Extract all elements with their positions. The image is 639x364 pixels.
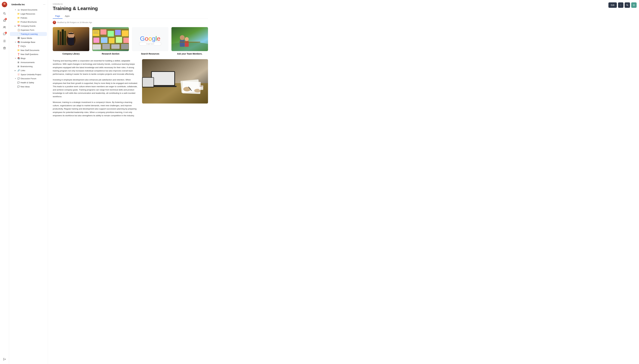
modified-line: Modified by Bill Rodgers on 16 Minutes A…	[53, 21, 208, 24]
sidebar-item-blogs[interactable]: ▼ 📚 Blogs	[10, 56, 47, 60]
sidebar-item-announcements[interactable]: ⊞ Announcements	[10, 60, 47, 64]
sidebar-item-space-umbrella[interactable]: ▶ ☑ Space Umbrella Project	[10, 72, 47, 76]
sidebar-item-label: Expenses Form	[21, 29, 46, 31]
sidebar-item-faq[interactable]: ❓ FAQ's	[10, 44, 47, 48]
folder-icon: 📁	[17, 12, 20, 15]
sidebar-item-label: Space Media	[21, 37, 46, 39]
sidebar-item-policies[interactable]: 📁 Policies	[10, 16, 47, 20]
svg-rect-34	[93, 38, 99, 43]
trash-icon[interactable]	[2, 45, 8, 51]
svg-rect-60	[152, 72, 174, 85]
sidebar-item-label: Legal Resources	[21, 13, 46, 15]
svg-point-9	[4, 40, 5, 42]
svg-point-73	[633, 5, 634, 6]
sidebar-item-knowledge-base[interactable]: ▼ 📚 Knowledge Base	[10, 40, 47, 44]
svg-rect-37	[116, 37, 122, 43]
sidebar-item-label: Policies	[21, 17, 46, 19]
list-icon: 📋	[17, 29, 20, 31]
more-options-button[interactable]: ⋮	[618, 2, 623, 8]
sidebar-item-label: New Staff Documents	[21, 49, 46, 52]
sidebar-item-space-media[interactable]: ▶ 🖼 Space Media	[10, 36, 47, 40]
card-ask-team[interactable]: Ask your Team Members.	[171, 27, 208, 55]
sidebar-item-label: Training & Learning	[21, 33, 46, 35]
grid-icon: ⊞	[17, 61, 20, 64]
starred-icon[interactable]: 0	[2, 18, 8, 23]
card-label: Search Resources	[141, 52, 159, 55]
card-company-library[interactable]: Company Library	[53, 27, 89, 55]
tab-page[interactable]: Page	[53, 14, 63, 19]
svg-rect-29	[93, 30, 99, 36]
paragraph-2: Investing in employee development also e…	[53, 78, 139, 98]
card-image-research	[92, 27, 129, 51]
chevron-right-icon: ▶	[15, 70, 17, 71]
sidebar-item-discussion[interactable]: ▼ 💬 Discussion Forum	[10, 76, 47, 80]
search-icon[interactable]	[2, 10, 8, 16]
sidebar-item-new-staff-q[interactable]: ❓ New Staff Questions	[10, 52, 47, 56]
sidebar-item-label: New Staff Questions	[21, 53, 46, 56]
sidebar-item-shared-docs[interactable]: ▼ 🗂 Shared Documents	[10, 8, 47, 12]
sidebar-item-legal[interactable]: 📁 Legal Resources	[10, 12, 47, 16]
sidebar-item-links[interactable]: ▶ 🔗 Links	[10, 68, 47, 72]
starred-badge: 0	[5, 18, 7, 20]
chevron-down-icon: ▼	[15, 58, 17, 59]
sidebar-item-label: Health & Safety	[21, 82, 46, 84]
svg-rect-18	[58, 30, 59, 45]
folder-icon: 📁	[17, 21, 20, 23]
sidebar-item-new-staff-docs[interactable]: 📁 New Staff Documents	[10, 48, 47, 52]
chevron-down-icon: ▼	[15, 41, 17, 43]
sidebar-item-expenses[interactable]: ▶ 📋 Expenses Form	[10, 28, 47, 32]
calendar-icon: 📅	[17, 25, 20, 27]
card-research[interactable]: Research Section	[92, 27, 129, 55]
sidebar-item-brainstorming[interactable]: ⊞ Brainstorming	[10, 64, 47, 68]
svg-rect-45	[121, 44, 129, 49]
edit-button[interactable]: Edit	[608, 2, 617, 8]
chat-bubble-icon: 💬	[17, 86, 20, 88]
tabs-bar: Page Apps	[53, 14, 208, 19]
svg-point-51	[171, 42, 208, 51]
sidebar-item-new-ideas[interactable]: 💬 New Ideas	[10, 85, 47, 88]
logout-icon[interactable]	[2, 356, 8, 362]
sidebar-item-health-safety[interactable]: 💬 Health & Safety	[10, 80, 47, 84]
svg-line-4	[5, 14, 6, 15]
user-avatar[interactable]	[2, 2, 7, 7]
sidebar-more-button[interactable]: ⋯	[43, 3, 46, 6]
breadcrumb: Umbrella Inc	[53, 3, 208, 5]
svg-rect-10	[4, 47, 6, 49]
sidebar-item-label: Company Events	[21, 25, 46, 27]
search-button[interactable]	[624, 2, 630, 8]
sidebar-item-label: Knowledge Base	[21, 41, 46, 43]
svg-rect-61	[150, 86, 177, 87]
svg-line-72	[627, 6, 628, 6]
sidebar-item-company-events[interactable]: ▶ 📅 Company Events	[10, 24, 47, 28]
card-search-resources[interactable]: Google Google Search Search Resources	[132, 27, 169, 55]
author-avatar	[53, 21, 56, 24]
chat-icon: 💬	[17, 77, 20, 80]
settings-button[interactable]	[631, 2, 636, 8]
settings-icon[interactable]	[2, 38, 8, 44]
sidebar-item-label: Discussion Forum	[21, 78, 46, 80]
blog-icon: 📚	[17, 57, 20, 60]
sidebar-item-label: Product Brochures	[21, 21, 46, 23]
people-icon[interactable]	[2, 24, 8, 30]
chat-icon[interactable]: 0	[2, 31, 8, 37]
sidebar-item-training[interactable]: ▶ 📄 Training & Learning	[10, 32, 47, 36]
page-title: Training & Learning	[53, 6, 208, 11]
card-label: Research Section	[102, 52, 120, 55]
svg-rect-70	[143, 78, 154, 87]
svg-rect-38	[123, 38, 129, 43]
link-icon: 🔗	[17, 69, 20, 72]
svg-rect-35	[101, 37, 108, 43]
question-icon: ❓	[17, 45, 20, 47]
sidebar-header: Umbrella Inc ⋯	[9, 2, 48, 8]
svg-rect-53	[180, 40, 185, 47]
text-content-area: Training and learning within a corporati…	[53, 59, 208, 120]
dots-icon: ⋮	[620, 4, 622, 6]
tab-apps[interactable]: Apps	[63, 14, 72, 19]
svg-point-52	[180, 35, 185, 40]
sidebar-item-label: Shared Documents	[21, 9, 46, 11]
card-image-library	[53, 27, 89, 51]
question-icon: ❓	[17, 53, 20, 56]
folder-icon: 📁	[17, 49, 20, 52]
chat-badge: 0	[5, 32, 7, 34]
sidebar-item-product-brochures[interactable]: 📁 Product Brochures	[10, 20, 47, 24]
